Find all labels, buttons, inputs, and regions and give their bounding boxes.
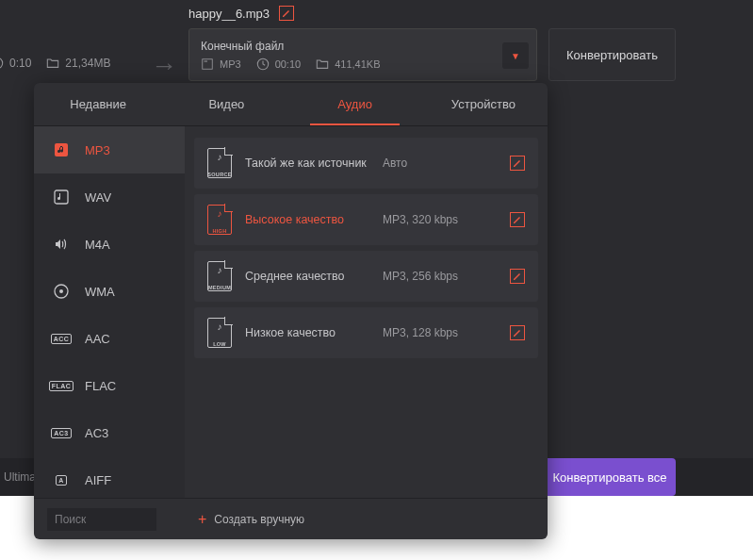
preset-name: Высокое качество xyxy=(245,212,369,227)
edit-preset-icon[interactable] xyxy=(510,325,525,340)
tab-audio[interactable]: Аудио xyxy=(291,83,419,125)
format-item-flac[interactable]: FLAC FLAC xyxy=(34,362,185,409)
format-panel: Недавние Видео Аудио Устройство MP3 WAV … xyxy=(34,83,548,539)
edit-preset-icon[interactable] xyxy=(510,269,525,284)
music-note-icon xyxy=(51,187,72,207)
tab-device[interactable]: Устройство xyxy=(419,83,548,125)
preset-spec: MP3, 320 kbps xyxy=(383,213,497,226)
svg-rect-6 xyxy=(55,190,68,204)
filename-text: happy__6.mp3 xyxy=(188,7,270,21)
document-icon: ♪MEDIUM xyxy=(207,261,232,291)
tabs: Недавние Видео Аудио Устройство xyxy=(34,83,548,126)
output-format: MP3 xyxy=(220,58,241,70)
filename-row: happy__6.mp3 xyxy=(188,6,294,21)
arrow-right-icon: → xyxy=(151,51,177,81)
edit-filename-icon[interactable] xyxy=(279,6,294,21)
format-label: WAV xyxy=(85,190,111,205)
svg-point-1 xyxy=(0,58,3,68)
music-note-icon xyxy=(51,140,72,160)
edit-preset-icon[interactable] xyxy=(510,156,525,171)
source-size-value: 21,34MB xyxy=(65,57,110,70)
format-label: AIFF xyxy=(85,473,111,487)
source-duration: 0:10 xyxy=(0,57,31,70)
panel-body: MP3 WAV M4A WMA ACC AAC FLAC FLAC xyxy=(34,126,548,498)
convert-all-button[interactable]: Конвертировать все xyxy=(544,458,676,496)
tab-recent[interactable]: Недавние xyxy=(34,83,162,125)
preset-low[interactable]: ♪LOW Низкое качество MP3, 128 kbps xyxy=(194,307,538,358)
preset-list: ♪SOURCE Такой же как источник Авто ♪HIGH… xyxy=(185,126,548,498)
flac-badge-icon: FLAC xyxy=(51,375,72,396)
preset-medium[interactable]: ♪MEDIUM Среднее качество MP3, 256 kbps xyxy=(194,251,538,302)
format-label: FLAC xyxy=(85,379,116,393)
aac-badge-icon: ACC xyxy=(51,328,72,349)
format-label: MP3 xyxy=(85,143,110,157)
disc-icon xyxy=(51,281,72,302)
speaker-icon xyxy=(51,234,72,255)
svg-point-8 xyxy=(59,289,63,293)
create-manual-label: Создать вручную xyxy=(214,513,304,526)
format-label: WMA xyxy=(85,285,115,299)
format-item-wma[interactable]: WMA xyxy=(34,268,185,315)
format-item-ac3[interactable]: AC3 AC3 xyxy=(34,409,185,456)
format-label: AC3 xyxy=(85,426,108,440)
format-dropdown-caret[interactable]: ▼ xyxy=(502,42,529,69)
clock-icon xyxy=(256,58,270,71)
folder-icon xyxy=(316,58,329,71)
format-label: AAC xyxy=(85,332,110,346)
plus-icon: + xyxy=(198,511,206,528)
output-title: Конечный файл xyxy=(201,40,525,53)
preset-spec: MP3, 128 kbps xyxy=(383,326,497,339)
search-input[interactable] xyxy=(47,508,156,531)
edit-preset-icon[interactable] xyxy=(510,212,525,227)
folder-icon xyxy=(46,57,59,70)
format-item-mp3[interactable]: MP3 xyxy=(34,126,185,173)
source-info: 0:10 21,34MB xyxy=(0,57,110,70)
output-meta: MP3 00:10 411,41KB xyxy=(201,58,525,71)
clock-icon xyxy=(0,57,4,70)
format-item-aac[interactable]: ACC AAC xyxy=(34,315,185,362)
output-card[interactable]: Конечный файл MP3 00:10 411,41KB ▼ xyxy=(188,28,537,81)
aiff-badge-icon: A xyxy=(51,469,72,490)
format-item-wav[interactable]: WAV xyxy=(34,173,185,221)
document-icon: ♪LOW xyxy=(207,318,232,348)
create-manual-button[interactable]: + Создать вручную xyxy=(198,511,304,528)
output-size: 411,41KB xyxy=(335,58,380,70)
document-icon: ♪SOURCE xyxy=(207,148,232,178)
preset-spec: MP3, 256 kbps xyxy=(383,270,497,283)
ac3-badge-icon: AC3 xyxy=(51,422,72,443)
preset-name: Такой же как источник xyxy=(245,156,369,171)
format-item-m4a[interactable]: M4A xyxy=(34,221,185,268)
output-duration: 00:10 xyxy=(275,58,302,70)
source-duration-value: 0:10 xyxy=(9,57,31,70)
svg-rect-3 xyxy=(205,60,208,61)
format-icon xyxy=(201,58,214,71)
format-sidebar[interactable]: MP3 WAV M4A WMA ACC AAC FLAC FLAC xyxy=(34,126,185,498)
format-label: M4A xyxy=(85,238,110,252)
svg-rect-2 xyxy=(203,58,213,69)
convert-button[interactable]: Конвертировать xyxy=(548,28,676,81)
preset-name: Низкое качество xyxy=(245,325,369,340)
bottom-label: Ultima xyxy=(4,470,36,484)
preset-name: Среднее качество xyxy=(245,269,369,284)
document-icon: ♪HIGH xyxy=(207,205,232,235)
panel-footer: + Создать вручную xyxy=(34,498,548,539)
preset-high[interactable]: ♪HIGH Высокое качество MP3, 320 kbps xyxy=(194,194,538,245)
format-item-aiff[interactable]: A AIFF xyxy=(34,456,185,498)
preset-source[interactable]: ♪SOURCE Такой же как источник Авто xyxy=(194,138,538,189)
source-size: 21,34MB xyxy=(46,57,110,70)
tab-video[interactable]: Видео xyxy=(162,83,290,125)
preset-spec: Авто xyxy=(383,156,497,170)
